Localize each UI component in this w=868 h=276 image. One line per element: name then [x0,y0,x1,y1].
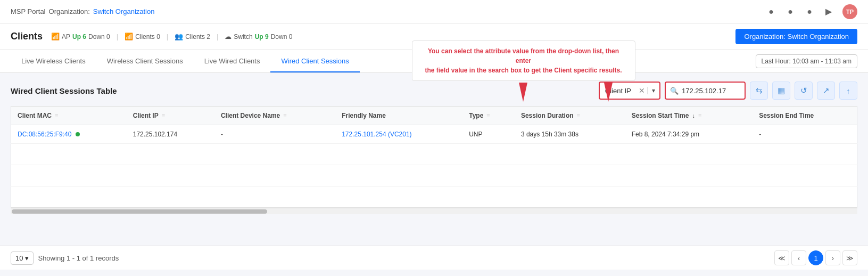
col-session-start: Session Start Time ↓ ≡ [625,107,753,125]
clients2-stat: 👥 Clients 2 [175,33,210,40]
ap-label: AP [62,33,70,40]
clients-stat: 📶 Clients 0 [125,33,160,40]
org-button[interactable]: Organization: Switch Organization [735,29,857,44]
first-page-button[interactable]: ≪ [774,250,789,265]
tabs: Live Wireless Clients Wireless Client Se… [11,51,360,72]
sub-nav-left: Clients 📶 AP Up 6 Down 0 | 📶 Clients 0 |… [11,31,292,42]
table-controls: Client IP ✕ ▾ 🔍 ⇆ ▦ ↺ ↗ ↑ [599,82,857,100]
cell-friendly-name: 172.25.101.254 (VC201) [335,125,462,144]
col-start-sort-icon2[interactable]: ≡ [698,112,701,119]
user-avatar[interactable]: TP [842,4,857,19]
switch-up: Up 9 [255,33,269,40]
col-duration-sort-icon[interactable]: ≡ [577,112,580,119]
last-page-button[interactable]: ≫ [842,250,857,265]
tab-wireless-sessions[interactable]: Wireless Client Sessions [96,51,194,72]
tab-live-wireless[interactable]: Live Wireless Clients [11,51,96,72]
per-page-chevron: ▾ [25,254,29,262]
table-footer: 10 ▾ Showing 1 - 1 of 1 records ≪ ‹ 1 › … [0,246,868,270]
col-device-sort-icon[interactable]: ≡ [283,112,286,119]
table-scroll-area[interactable]: Client MAC ≡ Client IP ≡ [11,106,857,208]
divider-3: | [217,33,218,40]
filter-chevron-icon[interactable]: ▾ [647,87,659,94]
table-title: Wired Client Sessions Table [11,86,117,95]
search-box: 🔍 [665,82,746,100]
prev-page-button[interactable]: ‹ [791,250,806,265]
signal-icon: 📶 [125,33,133,40]
time-filter[interactable]: Last Hour: 10:03 am - 11:03 am [756,54,857,68]
wifi-icon: 📶 [51,33,60,40]
search-input[interactable] [682,87,740,95]
tooltip-banner: You can select the attribute value from … [412,40,635,81]
cloud-icon: ☁ [225,33,232,40]
col-start-sort-icon[interactable]: ↓ [692,112,695,119]
bell-icon[interactable]: ● [785,6,796,17]
stats-bar: 📶 AP Up 6 Down 0 | 📶 Clients 0 | 👥 Clien… [51,33,292,40]
cell-session-end: - [753,125,857,144]
per-page-select[interactable]: 10 ▾ [11,251,34,265]
col-client-ip: Client IP ≡ [127,107,214,125]
refresh-button[interactable]: ↺ [795,82,813,100]
footer-left: 10 ▾ Showing 1 - 1 of 1 records [11,251,119,265]
showing-text: Showing 1 - 1 of 1 records [38,254,119,262]
ap-up: Up 6 [72,33,86,40]
expand-button[interactable]: ↗ [817,82,835,100]
tab-live-wired[interactable]: Live Wired Clients [194,51,271,72]
col-device-name: Client Device Name ≡ [214,107,335,125]
page-1-button[interactable]: 1 [808,250,823,265]
divider-1: | [117,33,118,40]
clients-val: Clients 0 [135,33,160,40]
switch-org-link[interactable]: Switch Organization [93,7,155,15]
cell-session-start: Feb 8, 2024 7:34:29 pm [625,125,753,144]
page-title: Clients [11,31,43,42]
col-ip-sort-icon[interactable]: ≡ [162,112,165,119]
table-body: DC:08:56:25:F9:40 172.25.102.174 - 172.2… [11,125,857,208]
top-nav: MSP Portal Organization: Switch Organiza… [0,0,868,23]
col-mac-sort-icon[interactable]: ≡ [55,112,58,119]
friendly-name-link[interactable]: 172.25.101.254 (VC201) [342,131,411,138]
ap-stat: 📶 AP Up 6 Down 0 [51,33,110,40]
msp-portal-label: MSP Portal [11,7,46,15]
switch-up-label: Switch [234,33,252,40]
cell-client-ip: 172.25.102.174 [127,125,214,144]
wired-sessions-table: Client MAC ≡ Client IP ≡ [11,106,857,208]
next-page-button[interactable]: › [825,250,840,265]
cast-icon[interactable]: ▶ [823,6,834,17]
cell-session-duration: 3 days 15h 33m 38s [515,125,625,144]
col-type: Type ≡ [462,107,515,125]
col-type-sort-icon[interactable]: ≡ [486,112,490,119]
clients2-val: Clients 2 [185,33,210,40]
columns-toggle-button[interactable]: ⇆ [750,82,768,100]
online-indicator [76,132,80,136]
pagination: ≪ ‹ 1 › ≫ [774,250,857,265]
cell-device-name: - [214,125,335,144]
per-page-value: 10 [15,254,23,262]
col-client-mac: Client MAC ≡ [11,107,127,125]
header-row: Client MAC ≡ Client IP ≡ [11,107,857,125]
filter-clear-icon[interactable]: ✕ [636,86,647,95]
search-icon: 🔍 [670,87,679,95]
tab-right: Last Hour: 10:03 am - 11:03 am [756,50,857,72]
col-friendly-name: Friendly Name [335,107,462,125]
export-button[interactable]: ↑ [839,82,857,100]
horizontal-scrollbar[interactable] [11,208,857,214]
table-row: DC:08:56:25:F9:40 172.25.102.174 - 172.2… [11,125,857,144]
mac-link[interactable]: DC:08:56:25:F9:40 [18,131,71,138]
switch-down: Down 0 [271,33,293,40]
tab-wired-sessions[interactable]: Wired Client Sessions [270,51,359,72]
tooltip-line2: the field value in the search box to get… [421,66,626,75]
top-nav-left: MSP Portal Organization: Switch Organiza… [11,7,154,15]
cell-client-mac: DC:08:56:25:F9:40 [11,125,127,144]
switch-stat: ☁ Switch Up 9 Down 0 [225,33,292,40]
tooltip-line1: You can select the attribute value from … [421,46,626,66]
main-content: Wired Client Sessions Table Client IP ✕ … [0,73,868,246]
scrollbar-thumb[interactable] [12,209,267,214]
top-nav-right: ● ● ● ▶ TP [766,4,857,19]
table-head: Client MAC ≡ Client IP ≡ [11,107,857,125]
divider-2: | [167,33,168,40]
search-icon[interactable]: ● [766,6,776,17]
empty-row [11,165,857,186]
empty-row [11,144,857,165]
org-label: Organization: [49,7,90,15]
help-icon[interactable]: ● [804,6,815,17]
filter-button[interactable]: ▦ [772,82,790,100]
